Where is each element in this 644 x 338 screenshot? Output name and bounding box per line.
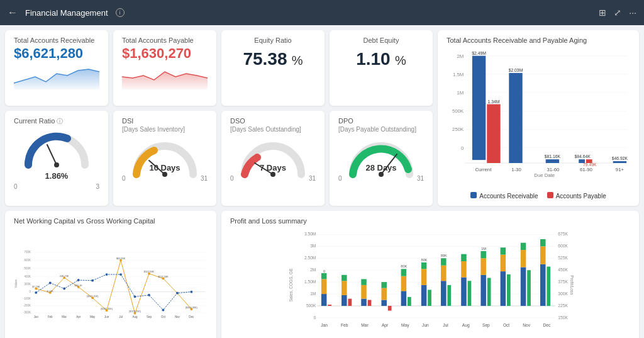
svg-text:Sales, COGS, GE: Sales, COGS, GE [289, 268, 293, 301]
gauge-dso-value: 7 Days [260, 163, 286, 172]
svg-text:80K: 80K [421, 258, 428, 262]
svg-rect-150 [421, 269, 427, 285]
gwc-line [36, 274, 191, 310]
aging-chart-title: Total Accounts Receivable and Payable Ag… [447, 37, 630, 44]
kpi-receivable-label: Total Accounts Receivable [14, 37, 99, 44]
kpi-equity-unit: % [292, 54, 303, 67]
svg-rect-179 [547, 267, 550, 306]
bar-130-r [509, 73, 522, 163]
svg-text:Aug: Aug [133, 315, 138, 318]
kpi-payable-card: Total Accounts Payable $1,630,270 [113, 30, 216, 106]
info-icon[interactable]: i [116, 8, 125, 17]
svg-rect-172 [521, 267, 526, 305]
svg-rect-175 [527, 270, 531, 306]
svg-rect-143 [388, 306, 392, 311]
svg-text:1M: 1M [481, 247, 486, 251]
svg-point-73 [148, 294, 150, 296]
svg-rect-162 [468, 281, 472, 306]
svg-text:Feb: Feb [341, 323, 348, 327]
svg-text:Sep: Sep [147, 315, 152, 318]
svg-text:Due Date: Due Date [534, 172, 555, 178]
gauge-dpo-subtitle: [Days Payable Outstanding] [338, 126, 424, 133]
svg-rect-140 [381, 300, 387, 306]
svg-rect-128 [321, 279, 327, 294]
svg-point-75 [176, 292, 179, 295]
svg-rect-159 [461, 278, 467, 306]
svg-rect-178 [540, 239, 546, 246]
svg-text:$7.79K: $7.79K [32, 286, 40, 288]
svg-rect-141 [381, 288, 387, 300]
legend-payable-dot [547, 192, 553, 198]
svg-point-69 [91, 279, 94, 282]
svg-text:31-60: 31-60 [547, 167, 560, 172]
svg-text:500K: 500K [452, 108, 464, 114]
svg-text:Values: Values [14, 279, 18, 288]
back-button[interactable]: ← [8, 7, 18, 18]
svg-text:$2.03M: $2.03M [509, 68, 523, 72]
svg-rect-134 [341, 275, 347, 281]
gauge-current-range: 0 3 [14, 183, 99, 190]
svg-text:2.50M: 2.50M [304, 256, 316, 260]
gauge-current-value: 1.86% [45, 171, 69, 181]
svg-rect-168 [501, 271, 506, 306]
svg-text:Profit/Loss: Profit/Loss [570, 275, 574, 295]
svg-text:600K: 600K [24, 259, 30, 262]
svg-text:500K: 500K [24, 267, 30, 270]
svg-rect-137 [361, 285, 367, 299]
legend-receivable-label: Accounts Receivable [479, 193, 538, 200]
kpi-debt-card: Debt Equity 1.10 % [330, 30, 433, 106]
gauge-dso-title: DSO [230, 117, 316, 125]
kpi-receivable-value: $6,621,280 [14, 45, 99, 62]
gauge-dpo-value: 28 Days [365, 163, 396, 172]
svg-text:$2.49M: $2.49M [472, 51, 486, 55]
grid-icon[interactable]: ⊞ [599, 8, 606, 18]
svg-text:$-14K: $-14K [47, 290, 54, 293]
gauge-dsi-value: 10 Days [149, 163, 180, 172]
more-icon[interactable]: ··· [629, 8, 636, 18]
gauge-current-title: Current Ratio ⓘ [14, 117, 99, 126]
receivable-sparkline [14, 64, 99, 89]
svg-text:$237.58K: $237.58K [158, 276, 169, 278]
toolbar-actions: ⊞ ⤢ ··· [599, 8, 636, 18]
aging-chart-card: Total Accounts Receivable and Payable Ag… [438, 30, 639, 206]
expand-icon[interactable]: ⤢ [614, 8, 621, 18]
svg-text:3M: 3M [310, 244, 316, 248]
svg-text:Nov: Nov [175, 315, 180, 318]
svg-text:Jan: Jan [34, 315, 39, 318]
gauge-dsi-subtitle: [Days Sales Inventory] [122, 126, 208, 133]
svg-rect-165 [480, 251, 486, 258]
svg-text:375K: 375K [558, 279, 568, 284]
legend-payable-label: Accounts Payable [556, 193, 606, 200]
svg-text:Apr: Apr [76, 315, 80, 318]
svg-text:600K: 600K [558, 244, 568, 248]
svg-point-29 [162, 172, 167, 177]
svg-rect-127 [321, 294, 327, 306]
gauge-dsi-title: DSI [122, 117, 208, 125]
svg-rect-151 [421, 262, 427, 269]
svg-text:Mar: Mar [361, 323, 369, 327]
svg-text:1.34M: 1.34M [488, 99, 500, 104]
bar-3160-r [546, 159, 559, 163]
svg-text:Aug: Aug [462, 323, 470, 328]
svg-text:1.50M: 1.50M [304, 279, 316, 284]
svg-text:May: May [401, 323, 409, 328]
svg-point-74 [162, 309, 164, 312]
kpi-debt-label: Debt Equity [338, 37, 424, 44]
svg-rect-169 [501, 255, 506, 271]
gauge-dso-visual: 7 Days [230, 137, 316, 172]
svg-rect-156 [441, 258, 447, 265]
gauge-dsi-card: DSI [Days Sales Inventory] 10 Days 0 31 [113, 111, 216, 206]
svg-rect-157 [447, 285, 451, 306]
svg-rect-132 [341, 295, 347, 306]
svg-text:225K: 225K [558, 303, 568, 308]
svg-text:2M: 2M [310, 268, 316, 272]
svg-text:$82.1K: $82.1K [75, 284, 83, 287]
svg-rect-176 [540, 264, 546, 306]
svg-text:248.70K: 248.70K [60, 275, 69, 278]
svg-line-26 [47, 145, 57, 165]
svg-rect-130 [328, 305, 331, 306]
svg-rect-166 [487, 278, 491, 306]
svg-text:675K: 675K [558, 232, 568, 236]
svg-text:450K: 450K [558, 268, 568, 272]
svg-text:Dec: Dec [543, 323, 551, 327]
